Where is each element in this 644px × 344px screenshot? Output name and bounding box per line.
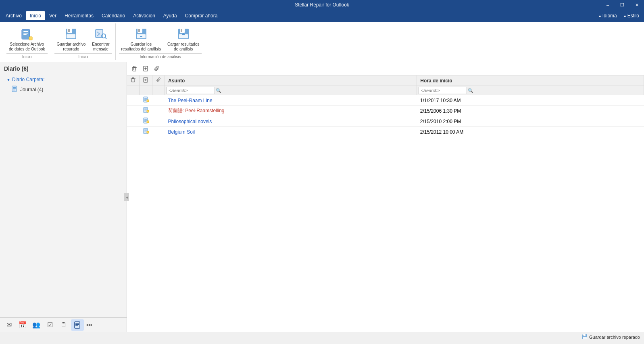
restore-button[interactable]: ❐ (615, 0, 629, 10)
row-attach-cell (152, 127, 165, 137)
bottom-nav: ✉ 📅 👥 ☑ 🗒 ••• (0, 317, 127, 332)
language-menu[interactable]: ▲ Idioma (595, 11, 620, 20)
svg-rect-28 (75, 322, 80, 328)
table-row[interactable]: 荷蘭語: Peel-Raamstelling 2/15/2006 1:30 PM (127, 106, 644, 116)
select-file-label: Seleccione Archivode datos de Outlook (9, 42, 45, 52)
chevron-down-icon: ▼ (6, 78, 10, 82)
app-title: Stellar Repair for Outlook (295, 2, 349, 8)
toolbar-row (127, 62, 644, 76)
ribbon-group-inicio-label: Inicio (6, 53, 48, 61)
col-header-subject: Asunto (165, 76, 417, 86)
search-starttime-cell: 🔍 (417, 86, 644, 95)
nav-people-button[interactable]: 👥 (30, 319, 43, 331)
save-repaired-status-icon (582, 334, 588, 340)
row-starttime-cell: 2/15/2010 2:00 PM (417, 116, 644, 127)
svg-rect-48 (144, 99, 147, 100)
journal-table: Asunto Hora de inicio 🔍 (127, 76, 644, 137)
col-header-starttime: Hora de inicio (417, 76, 644, 86)
row-subject-cell: 荷蘭語: Peel-Raamstelling (165, 106, 417, 116)
row-doc-cell (140, 116, 152, 127)
table-row[interactable]: Philosophical novels 2/15/2010 2:00 PM (127, 116, 644, 127)
row-subject-cell: Belgium Soil (165, 127, 417, 137)
col-header-doc (140, 76, 152, 86)
nav-journal-button[interactable] (71, 319, 84, 331)
menu-archivo[interactable]: Archivo (2, 11, 26, 20)
svg-rect-62 (144, 130, 147, 130)
find-message-icon (94, 27, 108, 41)
sidebar-header: Diario (6) (0, 62, 127, 75)
sidebar: Diario (6) ▼ Diario Carpeta: Journal (4)… (0, 62, 127, 332)
nav-more-button[interactable]: ••• (85, 320, 94, 330)
select-file-icon (20, 27, 34, 41)
svg-rect-55 (147, 110, 149, 112)
menu-comprar[interactable]: Comprar ahora (181, 11, 222, 20)
nav-calendar-button[interactable]: 📅 (16, 319, 29, 331)
menu-activacion[interactable]: Activación (129, 11, 159, 20)
load-scan-results-label: Cargar resultadosde análisis (167, 42, 199, 52)
svg-rect-16 (138, 29, 140, 32)
load-scan-results-icon (176, 27, 191, 41)
search-attach-cell (152, 86, 165, 95)
attach-toolbar-button[interactable] (152, 64, 162, 73)
svg-rect-25 (13, 87, 16, 88)
row-delete-cell (127, 116, 140, 127)
find-message-button[interactable]: Encontrarmensaje (90, 25, 112, 53)
menu-inicio[interactable]: Inicio (26, 11, 45, 20)
svg-rect-68 (584, 335, 584, 336)
search-doc-cell (140, 86, 152, 95)
select-file-button[interactable]: Seleccione Archivode datos de Outlook (6, 25, 48, 53)
ribbon: Seleccione Archivode datos de Outlook In… (0, 22, 644, 62)
menu-ver[interactable]: Ver (45, 11, 60, 20)
style-menu[interactable]: ▲ Estilo (620, 11, 642, 20)
menu-herramientas[interactable]: Herramientas (60, 11, 98, 20)
table-row[interactable]: The Peel-Raam Line 1/1/2017 10:30 AM (127, 95, 644, 106)
nav-mail-button[interactable]: ✉ (2, 319, 15, 331)
idioma-chevron: ▲ (598, 14, 602, 18)
menu-ayuda[interactable]: Ayuda (159, 11, 181, 20)
delete-toolbar-button[interactable] (129, 64, 139, 73)
ribbon-group-inicio: Seleccione Archivode datos de Outlook In… (3, 23, 51, 60)
table-body: The Peel-Raam Line 1/1/2017 10:30 AM 荷蘭語… (127, 95, 644, 137)
close-button[interactable]: ✕ (629, 0, 644, 10)
col-header-delete (127, 76, 140, 86)
save-repaired-status[interactable]: Guardar archivo reparado (582, 334, 640, 340)
svg-rect-64 (144, 132, 146, 132)
nav-notes-button[interactable]: 🗒 (57, 319, 70, 331)
search-starttime-icon: 🔍 (468, 88, 473, 93)
load-scan-results-button[interactable]: Cargar resultadosde análisis (165, 25, 202, 53)
sidebar-splitter[interactable]: ◂ (124, 193, 129, 201)
table-header-row: Asunto Hora de inicio (127, 76, 644, 86)
sidebar-item-journal[interactable]: Journal (4) (0, 84, 127, 95)
new-doc-toolbar-button[interactable] (141, 64, 150, 73)
search-starttime-input[interactable] (419, 87, 467, 94)
sidebar-diario-folder[interactable]: ▼ Diario Carpeta: (0, 75, 127, 84)
search-subject-input[interactable] (167, 87, 215, 94)
save-repaired-button[interactable]: Guardar archivoreparado (54, 25, 88, 53)
svg-rect-65 (147, 131, 149, 133)
minimize-button[interactable]: – (600, 0, 615, 10)
journal-icon (11, 86, 18, 93)
nav-tasks-button[interactable]: ☑ (44, 319, 56, 331)
ribbon-group-save-label: Inicio (54, 53, 112, 61)
svg-rect-26 (13, 88, 16, 89)
sidebar-folder-text: Diario Carpeta: (12, 77, 45, 82)
row-delete-cell (127, 95, 140, 106)
row-subject-cell: The Peel-Raam Line (165, 95, 417, 106)
svg-rect-42 (132, 78, 134, 79)
menu-calendario[interactable]: Calendario (98, 11, 129, 20)
svg-rect-60 (147, 121, 149, 123)
row-doc-cell (140, 95, 152, 106)
estilo-chevron: ▲ (623, 14, 627, 18)
row-attach-cell (152, 95, 165, 106)
search-delete-cell (127, 86, 140, 95)
table-row[interactable]: Belgium Soil 2/15/2012 10:00 AM (127, 127, 644, 137)
estilo-label: Estilo (627, 13, 639, 19)
svg-rect-50 (147, 100, 149, 102)
search-subject-cell: 🔍 (165, 86, 417, 95)
save-scan-results-button[interactable]: Guardar losresultados del análisis (119, 25, 163, 53)
svg-rect-47 (144, 98, 147, 99)
ribbon-group-analysis-label: Información de análisis (119, 53, 202, 61)
table-container: Asunto Hora de inicio 🔍 (127, 76, 644, 332)
svg-rect-69 (583, 337, 587, 339)
save-scan-results-icon (134, 27, 148, 41)
